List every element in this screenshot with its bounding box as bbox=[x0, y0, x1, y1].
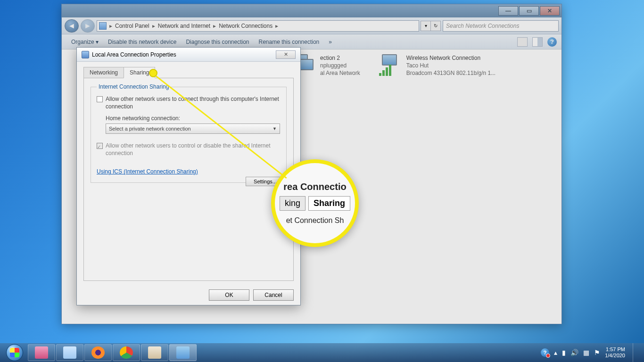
home-networking-dropdown[interactable]: Select a private network connection ▼ bbox=[106, 123, 280, 134]
diagnose-button[interactable]: Diagnose this connection bbox=[181, 37, 254, 47]
forward-button[interactable]: ► bbox=[81, 19, 95, 33]
control-panel-icon bbox=[99, 22, 107, 30]
conn-status: npluggged bbox=[320, 62, 360, 69]
nav-bar: ◄ ► ▸ Control Panel ▸ Network and Intern… bbox=[62, 17, 561, 34]
dialog-titlebar: Local Area Connection Properties ✕ bbox=[77, 48, 300, 62]
lens-group-fragment: et Connection Sh bbox=[286, 216, 344, 225]
preview-pane-icon[interactable] bbox=[532, 37, 543, 47]
breadcrumb-seg-2[interactable]: Network and Internet bbox=[156, 22, 212, 30]
maximize-button[interactable]: ▭ bbox=[519, 6, 539, 16]
lens-tab-sharing: Sharing bbox=[308, 196, 350, 211]
properties-dialog: Local Area Connection Properties ✕ Netwo… bbox=[76, 47, 301, 305]
allow-connect-checkbox[interactable] bbox=[97, 96, 103, 102]
lens-title-fragment: rea Connectio bbox=[283, 181, 346, 192]
rename-button[interactable]: Rename this connection bbox=[254, 37, 324, 47]
taskbar: ? ▴ ▮ 🔊 ▦ ⚑ 1:57 PM 1/4/2020 bbox=[0, 343, 644, 362]
task-chrome[interactable] bbox=[113, 344, 140, 361]
task-network-connections[interactable] bbox=[169, 344, 197, 361]
tray-chevron-icon[interactable]: ▴ bbox=[554, 349, 557, 356]
system-tray: ? ▴ ▮ 🔊 ▦ ⚑ 1:57 PM 1/4/2020 bbox=[541, 343, 642, 362]
battery-icon[interactable]: ▮ bbox=[562, 349, 566, 356]
clock-time: 1:57 PM bbox=[605, 346, 625, 353]
conn-ssid: Taco Hut bbox=[406, 62, 495, 69]
callout-dot bbox=[149, 69, 157, 77]
connection-wireless[interactable]: Wireless Network Connection Taco Hut Bro… bbox=[379, 54, 495, 319]
task-notepad[interactable] bbox=[56, 344, 83, 361]
ok-button[interactable]: OK bbox=[209, 289, 249, 301]
window-titlebar: — ▭ ✕ bbox=[62, 4, 561, 17]
dialog-title: Local Area Connection Properties bbox=[92, 51, 176, 58]
minimize-button[interactable]: — bbox=[498, 6, 518, 16]
allow-connect-label: Allow other network users to connect thr… bbox=[106, 96, 281, 110]
allow-control-checkbox[interactable] bbox=[97, 143, 103, 149]
close-button[interactable]: ✕ bbox=[540, 6, 560, 16]
start-button[interactable] bbox=[2, 344, 27, 362]
address-bar[interactable]: ▸ Control Panel ▸ Network and Internet ▸… bbox=[97, 20, 419, 32]
chevron-down-icon: ▼ bbox=[272, 126, 277, 131]
cancel-button[interactable]: Cancel bbox=[253, 289, 294, 301]
refresh-button[interactable]: ↻ bbox=[430, 21, 441, 31]
adapter-icon bbox=[82, 51, 89, 58]
ics-group-title: Internet Connection Sharing bbox=[97, 83, 171, 90]
dialog-close-button[interactable]: ✕ bbox=[276, 50, 296, 59]
toolbar-overflow[interactable]: » bbox=[324, 37, 337, 47]
volume-icon[interactable]: 🔊 bbox=[570, 349, 578, 356]
ics-help-link[interactable]: Using ICS (Internet Connection Sharing) bbox=[97, 168, 198, 175]
sharing-panel: Internet Connection Sharing Allow other … bbox=[83, 78, 294, 281]
conn-title: ection 2 bbox=[320, 54, 360, 62]
conn-adapter: al Area Network bbox=[320, 69, 360, 77]
organize-button[interactable]: Organize ▾ bbox=[66, 37, 103, 47]
task-firefox[interactable] bbox=[84, 344, 112, 361]
allow-control-label: Allow other network users to control or … bbox=[106, 142, 281, 157]
address-dropdown-button[interactable]: ▾ bbox=[421, 21, 431, 31]
clock-date: 1/4/2020 bbox=[605, 353, 625, 359]
help-icon[interactable]: ? bbox=[547, 37, 557, 47]
windows-orb-icon bbox=[6, 344, 23, 361]
flag-icon[interactable]: ⚑ bbox=[594, 349, 600, 356]
view-options-icon[interactable] bbox=[517, 37, 528, 47]
magnifier-callout: rea Connectio king Sharing et Connection… bbox=[271, 159, 359, 247]
network-tray-icon[interactable]: ▦ bbox=[583, 349, 589, 356]
conn-adapter: Broadcom 4313GN 802.11b/g/n 1... bbox=[406, 69, 495, 77]
dialog-tabs: Networking Sharing bbox=[83, 66, 294, 78]
search-input[interactable]: Search Network Connections bbox=[443, 20, 559, 32]
task-paint[interactable] bbox=[141, 344, 168, 361]
disable-device-button[interactable]: Disable this network device bbox=[103, 37, 181, 47]
conn-title: Wireless Network Connection bbox=[406, 54, 495, 62]
tab-networking[interactable]: Networking bbox=[83, 67, 124, 78]
clock[interactable]: 1:57 PM 1/4/2020 bbox=[605, 346, 625, 358]
wifi-icon bbox=[379, 54, 402, 73]
home-networking-label: Home networking connection: bbox=[106, 115, 281, 122]
breadcrumb-seg-1[interactable]: Control Panel bbox=[113, 22, 151, 30]
task-snipping-tool[interactable] bbox=[28, 344, 55, 361]
action-center-icon[interactable]: ? bbox=[541, 348, 549, 357]
lens-tab-networking: king bbox=[280, 196, 305, 211]
show-desktop-button[interactable] bbox=[633, 343, 638, 362]
breadcrumb-seg-3[interactable]: Network Connections bbox=[217, 22, 274, 30]
back-button[interactable]: ◄ bbox=[65, 19, 79, 33]
